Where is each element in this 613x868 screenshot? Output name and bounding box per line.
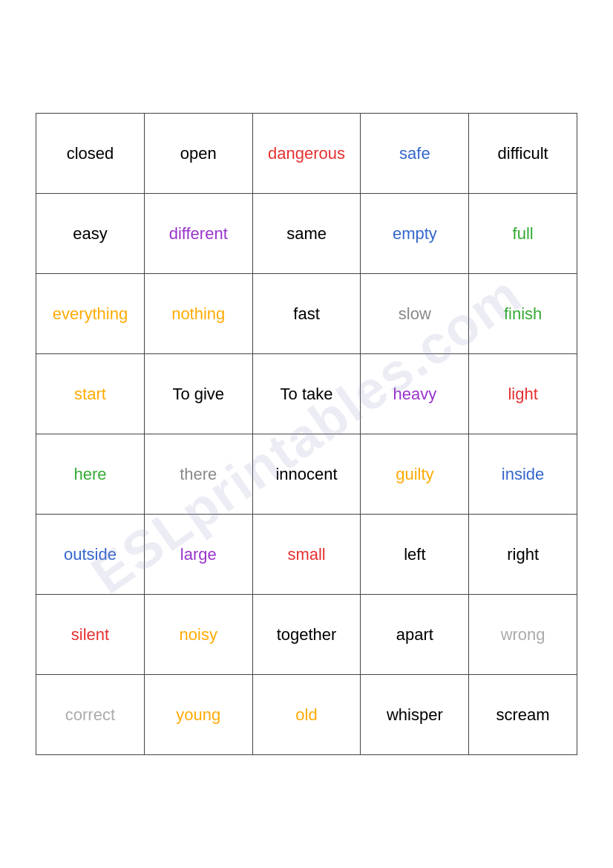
grid-cell: here [36, 434, 145, 515]
grid-cell: closed [36, 114, 145, 194]
grid-cell: old [252, 675, 361, 755]
grid-cell: there [144, 434, 252, 515]
grid-cell: light [469, 354, 577, 434]
grid-cell: outside [36, 515, 145, 595]
grid-cell: inside [469, 434, 577, 515]
grid-cell: dangerous [252, 114, 361, 194]
grid-cell: safe [361, 114, 469, 194]
grid-cell: To take [252, 354, 361, 434]
grid-cell: wrong [469, 595, 577, 675]
grid-cell: open [144, 114, 252, 194]
grid-cell: everything [36, 274, 145, 354]
grid-cell: To give [144, 354, 252, 434]
grid-cell: empty [361, 194, 469, 274]
page: ESLprintables.com closedopendangeroussaf… [0, 0, 613, 868]
grid-cell: fast [252, 274, 361, 354]
grid-cell: left [361, 515, 469, 595]
grid-cell: noisy [144, 595, 252, 675]
grid-cell: different [144, 194, 252, 274]
grid-cell: slow [361, 274, 469, 354]
word-grid: closedopendangeroussafedifficulteasydiff… [36, 113, 577, 755]
grid-cell: scream [469, 675, 577, 755]
grid-cell: together [252, 595, 361, 675]
grid-cell: innocent [252, 434, 361, 515]
grid-cell: finish [469, 274, 577, 354]
grid-cell: difficult [469, 114, 577, 194]
grid-cell: full [469, 194, 577, 274]
grid-cell: whisper [361, 675, 469, 755]
grid-cell: correct [36, 675, 145, 755]
grid-cell: large [144, 515, 252, 595]
grid-cell: heavy [361, 354, 469, 434]
grid-cell: young [144, 675, 252, 755]
grid-cell: nothing [144, 274, 252, 354]
grid-cell: easy [36, 194, 145, 274]
grid-cell: guilty [361, 434, 469, 515]
grid-cell: small [252, 515, 361, 595]
grid-cell: same [252, 194, 361, 274]
grid-cell: silent [36, 595, 145, 675]
grid-cell: right [469, 515, 577, 595]
grid-cell: start [36, 354, 145, 434]
grid-cell: apart [361, 595, 469, 675]
